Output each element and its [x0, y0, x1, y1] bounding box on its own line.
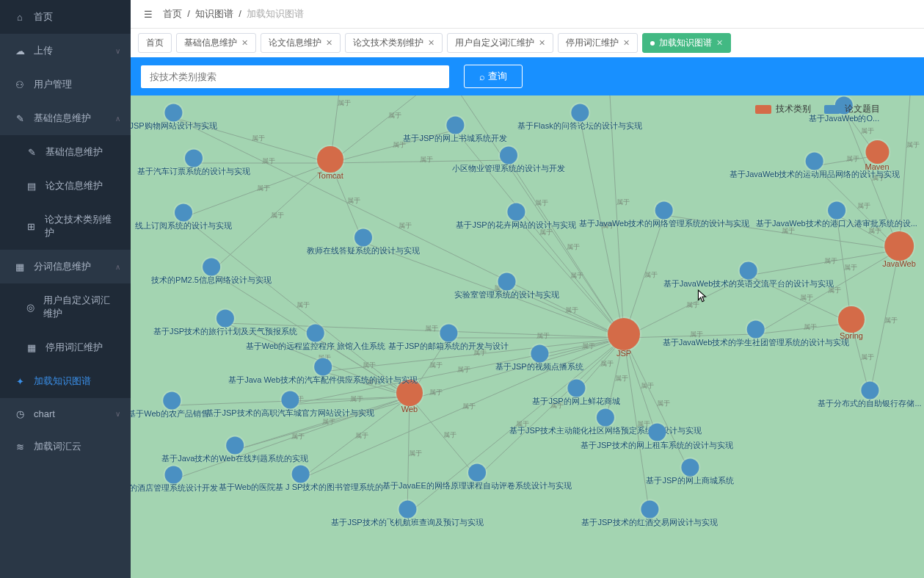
- graph-canvas[interactable]: 技术类别 论文题目 属于属于属于属于属于属于属于属于属于属于属于属于属于属于属于…: [131, 95, 924, 578]
- tab-基础信息维护[interactable]: 基础信息维护✕: [176, 33, 256, 53]
- node-paper-13[interactable]: 基于JavaWeb技术的网络管理系统的设计与实现: [579, 202, 750, 229]
- search-button[interactable]: ⌕ 查询: [464, 65, 523, 88]
- svg-text:属于: 属于: [338, 99, 351, 106]
- svg-text:属于: 属于: [884, 317, 898, 324]
- sidebar-item-paper-maint[interactable]: ▤论文信息维护: [0, 169, 131, 203]
- bc-home[interactable]: 首页: [163, 8, 182, 19]
- sidebar-item-users[interactable]: ⚇用户管理: [0, 68, 131, 101]
- tab-论文信息维护[interactable]: 论文信息维护✕: [261, 33, 341, 53]
- node-paper-30[interactable]: 基于JSP技术的网上租车系统的设计与实现: [581, 424, 732, 451]
- svg-text:属于: 属于: [657, 400, 670, 407]
- wordcloud-icon: ≋: [13, 441, 26, 452]
- svg-text:属于: 属于: [536, 332, 550, 339]
- node-paper-12[interactable]: 基于JSP的花卉网站的设计与实现: [456, 203, 575, 231]
- node-tech-jsp[interactable]: JSP: [608, 318, 640, 358]
- svg-line-116: [624, 338, 690, 472]
- seg-maint-icon: ▦: [13, 261, 26, 272]
- upload-icon: ☁: [13, 46, 26, 57]
- close-icon[interactable]: ✕: [539, 38, 545, 48]
- svg-text:属于: 属于: [252, 134, 265, 142]
- sidebar-item-chart[interactable]: ◷chart∨: [0, 398, 131, 430]
- close-icon[interactable]: ✕: [428, 38, 434, 48]
- tab-加载知识图谱[interactable]: 加载知识图谱✕: [642, 33, 731, 53]
- node-paper-22[interactable]: 基于JavaWeb技术的学生社团管理系统的设计与实现: [663, 321, 850, 348]
- node-paper-37[interactable]: 基于JSP技术的红酒交易网设计与实现: [581, 501, 717, 528]
- sidebar-item-load-kg[interactable]: ✦加载知识图谱: [0, 364, 131, 398]
- sidebar-item-stopword[interactable]: ▦停用词汇维护: [0, 330, 131, 364]
- bc-mid[interactable]: 知识图谱: [195, 8, 233, 19]
- node-paper-8[interactable]: 基于汽车订票系统的设计与实现: [137, 150, 250, 177]
- svg-text:属于: 属于: [429, 389, 443, 396]
- node-paper-27[interactable]: 基于JSP的网上鲜花商城: [532, 380, 619, 407]
- node-tech-tomcat[interactable]: Tomcat: [317, 146, 343, 180]
- sidebar-item-base-maint[interactable]: ✎基础信息维护∧: [0, 101, 131, 135]
- svg-text:属于: 属于: [457, 366, 470, 373]
- node-paper-32[interactable]: 的酒店管理系统设计开发: [131, 466, 218, 494]
- node-paper-31[interactable]: 基于Java技术的Web在线判题系统的实现: [161, 437, 308, 464]
- tab-停用词汇维护[interactable]: 停用词汇维护✕: [558, 33, 638, 53]
- node-paper-35[interactable]: 基于JSP的网上商城系统: [646, 459, 733, 486]
- node-paper-28[interactable]: 基于分布式的自助银行存储...: [818, 382, 921, 409]
- node-paper-9[interactable]: 小区物业管理系统的设计与开发: [452, 147, 565, 174]
- search-input[interactable]: [141, 65, 449, 88]
- svg-line-10: [844, 110, 899, 250]
- stopword-icon: ▦: [25, 342, 38, 353]
- svg-text:属于: 属于: [388, 112, 401, 119]
- node-paper-24[interactable]: 基于JSP的视频点播系统: [495, 345, 583, 372]
- node-paper-21[interactable]: 基于JSP的邮箱系统的开发与设计: [388, 325, 508, 352]
- node-paper-18[interactable]: 基于JavaWeb技术的英语交流平台的设计与实现: [663, 262, 834, 289]
- collapse-icon[interactable]: ☰: [144, 9, 153, 20]
- node-paper-36[interactable]: 基于JSP技术的飞机航班查询及预订与实现: [331, 501, 483, 528]
- node-tech-javaweb[interactable]: JavaWeb: [882, 231, 916, 268]
- svg-text:属于: 属于: [800, 294, 813, 301]
- node-paper-15[interactable]: 教师在线答疑系统的设计与实现: [307, 229, 420, 256]
- node-paper-25[interactable]: 基于Web的农产品销售...: [131, 392, 216, 419]
- svg-text:属于: 属于: [271, 212, 284, 219]
- node-paper-16[interactable]: 技术的PM2.5信息网络设计与实现: [151, 259, 272, 286]
- node-paper-26[interactable]: 基于JSP技术的高职汽车城官方网站设计与实现: [205, 391, 374, 419]
- svg-text:属于: 属于: [443, 431, 456, 438]
- node-paper-14[interactable]: 基于JavaWeb技术的港口入港审批系统的设...: [756, 202, 917, 229]
- node-paper-10[interactable]: 基于JavaWeb技术的运动用品网络的设计与实现: [730, 153, 901, 180]
- tab-首页[interactable]: 首页: [138, 33, 172, 53]
- node-paper-11[interactable]: 线上订阅系统的设计与实现: [135, 204, 232, 231]
- node-paper-33[interactable]: 基于Web的医院基 J SP技术的图书管理系统的: [219, 466, 384, 493]
- sidebar-item-wordcloud[interactable]: ≋加载词汇云: [0, 430, 131, 463]
- sidebar-item-seg-maint[interactable]: ▦分词信息维护∧: [0, 250, 131, 283]
- node-paper-17[interactable]: 实验室管理系统的设计与实现: [454, 273, 559, 300]
- sidebar-item-upload[interactable]: ☁上传∨: [0, 34, 131, 68]
- svg-text:属于: 属于: [429, 361, 443, 369]
- close-icon[interactable]: ✕: [241, 38, 248, 48]
- node-paper-34[interactable]: 基于JavaEE的网络原理课程自动评卷系统设计与实现: [382, 464, 572, 491]
- svg-text:属于: 属于: [582, 342, 595, 350]
- close-icon[interactable]: ✕: [623, 38, 630, 48]
- load-kg-icon: ✦: [13, 376, 26, 387]
- svg-line-120: [407, 397, 410, 514]
- legend-paper-swatch: [824, 105, 840, 114]
- search-icon: ⌕: [479, 71, 485, 82]
- close-icon[interactable]: ✕: [326, 38, 332, 48]
- chart-icon: ◷: [13, 408, 26, 419]
- sidebar-item-tech-cat-maint[interactable]: ⊞论文技术类别维护: [0, 203, 131, 250]
- node-paper-5[interactable]: JSP购物网站设计与实现: [131, 104, 217, 131]
- chevron-icon: ∧: [115, 263, 120, 271]
- svg-text:属于: 属于: [420, 156, 433, 163]
- svg-text:属于: 属于: [861, 353, 874, 361]
- breadcrumb: 首页 / 知识图谱 / 加载知识图谱: [163, 7, 304, 21]
- sidebar-item-user-dict[interactable]: ◎用户自定义词汇维护: [0, 283, 131, 330]
- node-paper-23[interactable]: 基于Java Web技术的汽车配件供应系统的设计与实现: [228, 358, 418, 386]
- user-dict-icon: ◎: [25, 302, 36, 313]
- sidebar-item-home[interactable]: ⌂首页: [0, 0, 131, 34]
- sidebar-item-base-maint-sub[interactable]: ✎基础信息维护: [0, 135, 131, 169]
- base-maint-icon: ✎: [13, 113, 26, 124]
- svg-line-96: [870, 250, 899, 395]
- node-paper-6[interactable]: 基于JSP的网上书城系统开发: [403, 117, 506, 144]
- tab-用户自定义词汇维护[interactable]: 用户自定义词汇维护✕: [447, 33, 553, 53]
- legend: 技术类别 论文题目: [755, 103, 880, 115]
- cursor-icon: [697, 289, 707, 304]
- node-paper-7[interactable]: 基于Flask的问答论坛的设计与实现: [517, 104, 641, 131]
- node-paper-20[interactable]: 基于Web的远程监控程序 旅馆入住系统: [246, 325, 385, 352]
- close-icon[interactable]: ✕: [716, 38, 723, 48]
- bc-current: 加载知识图谱: [247, 8, 304, 19]
- tab-论文技术类别维护[interactable]: 论文技术类别维护✕: [345, 33, 443, 53]
